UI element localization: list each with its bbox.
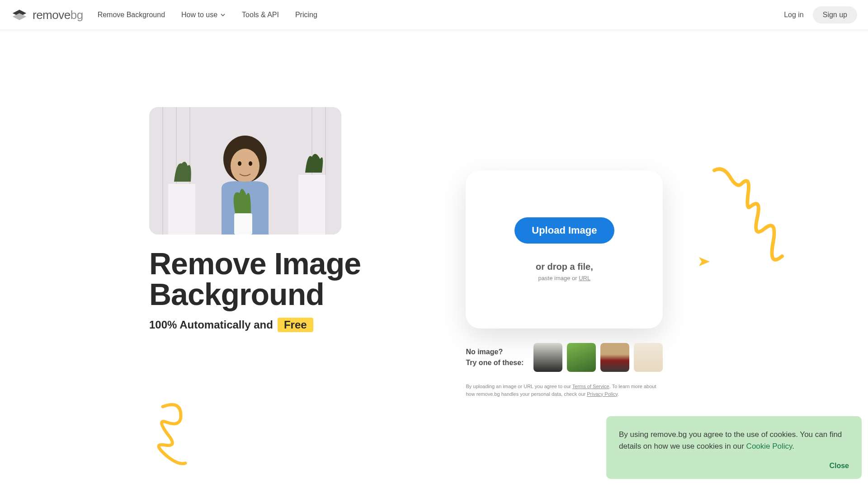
header-right: Log in Sign up: [784, 6, 857, 23]
cookie-banner: By using remove.bg you agree to the use …: [606, 416, 862, 479]
svg-rect-7: [168, 184, 195, 235]
upload-card[interactable]: Upload Image or drop a file, paste image…: [466, 170, 663, 328]
logo-icon: [11, 9, 28, 21]
paste-text: paste image or URL: [538, 275, 591, 282]
nav-tools-api[interactable]: Tools & API: [242, 11, 279, 19]
main-content: Remove Image Background 100% Automatical…: [90, 30, 778, 398]
sample-thumb-2[interactable]: [567, 343, 596, 372]
svg-point-12: [249, 161, 252, 166]
chevron-down-icon: [220, 12, 226, 18]
hero-image: [149, 107, 341, 235]
samples-row: No image? Try one of these:: [466, 343, 663, 372]
svg-rect-8: [298, 175, 326, 235]
sample-thumb-3[interactable]: [600, 343, 629, 372]
terms-of-service-link[interactable]: Terms of Service: [572, 384, 609, 389]
squiggle-decoration-bottom: [154, 402, 203, 465]
login-link[interactable]: Log in: [784, 11, 804, 19]
page-subtitle: 100% Automatically and Free: [149, 318, 448, 332]
logo-text: removebg: [33, 8, 83, 22]
samples-text: No image? Try one of these:: [466, 347, 524, 368]
cookie-policy-link[interactable]: Cookie Policy: [746, 442, 793, 450]
squiggle-decoration-right: [705, 166, 805, 274]
nav-remove-background[interactable]: Remove Background: [98, 11, 165, 19]
disclaimer: By uploading an image or URL you agree t…: [466, 383, 663, 398]
main-nav: Remove Background How to use Tools & API…: [98, 11, 317, 19]
free-badge: Free: [278, 318, 313, 332]
drop-text: or drop a file,: [536, 262, 593, 272]
cookie-text: By using remove.bg you agree to the use …: [619, 429, 849, 452]
nav-how-to-use[interactable]: How to use: [181, 11, 226, 19]
arrow-icon: [697, 255, 712, 267]
sample-thumb-4[interactable]: [634, 343, 663, 372]
signup-button[interactable]: Sign up: [813, 6, 857, 23]
upload-button[interactable]: Upload Image: [514, 217, 614, 244]
url-link[interactable]: URL: [579, 275, 590, 282]
header: removebg Remove Background How to use To…: [0, 0, 868, 30]
logo[interactable]: removebg: [11, 8, 83, 22]
sample-thumbs: [533, 343, 663, 372]
nav-pricing[interactable]: Pricing: [295, 11, 317, 19]
hero-left: Remove Image Background 100% Automatical…: [90, 107, 448, 398]
svg-rect-13: [234, 213, 252, 235]
page-title: Remove Image Background: [149, 248, 448, 310]
svg-point-11: [238, 161, 241, 166]
sample-thumb-1[interactable]: [533, 343, 562, 372]
svg-point-10: [231, 149, 259, 183]
cookie-close-button[interactable]: Close: [829, 462, 849, 470]
privacy-policy-link[interactable]: Privacy Policy: [587, 391, 618, 397]
